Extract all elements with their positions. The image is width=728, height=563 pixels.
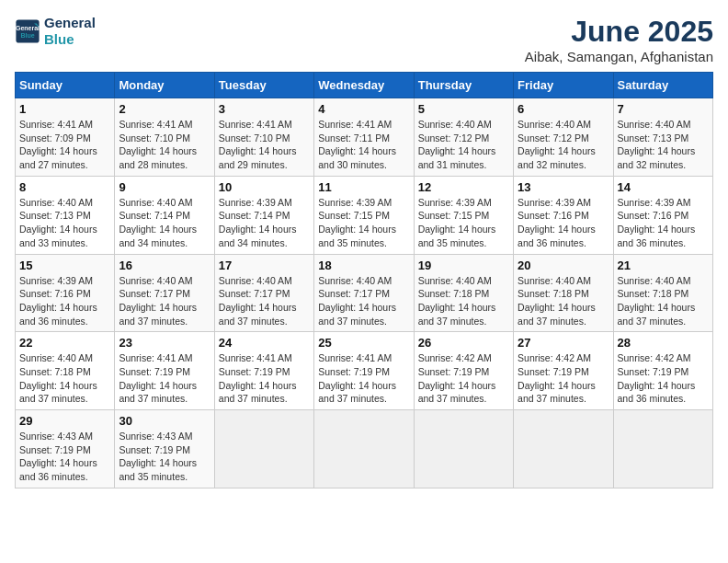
- calendar-cell: 23Sunrise: 4:41 AMSunset: 7:19 PMDayligh…: [115, 332, 214, 410]
- day-info: Sunrise: 4:41 AMSunset: 7:09 PMDaylight:…: [19, 118, 110, 172]
- weekday-header-thursday: Thursday: [414, 73, 513, 98]
- day-info: Sunrise: 4:39 AMSunset: 7:15 PMDaylight:…: [318, 196, 409, 250]
- calendar-cell: 29Sunrise: 4:43 AMSunset: 7:19 PMDayligh…: [16, 410, 115, 488]
- calendar-week-row: 8Sunrise: 4:40 AMSunset: 7:13 PMDaylight…: [16, 176, 713, 254]
- day-number: 12: [418, 180, 509, 194]
- day-info: Sunrise: 4:42 AMSunset: 7:19 PMDaylight:…: [518, 351, 609, 406]
- location-title: Aibak, Samangan, Afghanistan: [525, 49, 713, 64]
- day-info: Sunrise: 4:40 AMSunset: 7:14 PMDaylight:…: [119, 196, 210, 250]
- day-number: 17: [219, 259, 310, 272]
- day-info: Sunrise: 4:40 AMSunset: 7:17 PMDaylight:…: [318, 274, 409, 328]
- weekday-header-tuesday: Tuesday: [214, 73, 313, 98]
- day-number: 13: [518, 180, 609, 194]
- calendar-cell: 5Sunrise: 4:40 AMSunset: 7:12 PMDaylight…: [414, 98, 513, 177]
- title-block: June 2025 Aibak, Samangan, Afghanistan: [525, 15, 713, 64]
- calendar-cell: [214, 410, 313, 488]
- calendar-cell: [514, 410, 613, 488]
- calendar-cell: 24Sunrise: 4:41 AMSunset: 7:19 PMDayligh…: [214, 332, 313, 410]
- calendar-cell: 7Sunrise: 4:40 AMSunset: 7:13 PMDaylight…: [613, 98, 712, 177]
- calendar-cell: 10Sunrise: 4:39 AMSunset: 7:14 PMDayligh…: [214, 176, 313, 254]
- day-number: 23: [119, 336, 210, 350]
- calendar-table: SundayMondayTuesdayWednesdayThursdayFrid…: [15, 72, 713, 488]
- calendar-cell: 27Sunrise: 4:42 AMSunset: 7:19 PMDayligh…: [514, 332, 613, 410]
- day-info: Sunrise: 4:40 AMSunset: 7:17 PMDaylight:…: [219, 274, 310, 328]
- day-info: Sunrise: 4:43 AMSunset: 7:19 PMDaylight:…: [119, 430, 210, 484]
- logo-text-general: General: [44, 15, 96, 31]
- weekday-header-wednesday: Wednesday: [314, 73, 414, 98]
- day-number: 18: [318, 259, 409, 272]
- day-info: Sunrise: 4:40 AMSunset: 7:18 PMDaylight:…: [19, 351, 110, 406]
- calendar-cell: 30Sunrise: 4:43 AMSunset: 7:19 PMDayligh…: [115, 410, 214, 488]
- calendar-cell: 14Sunrise: 4:39 AMSunset: 7:16 PMDayligh…: [613, 176, 712, 254]
- day-info: Sunrise: 4:40 AMSunset: 7:17 PMDaylight:…: [119, 274, 210, 328]
- logo-icon: General Blue: [15, 18, 40, 44]
- day-info: Sunrise: 4:41 AMSunset: 7:11 PMDaylight:…: [318, 118, 409, 172]
- day-info: Sunrise: 4:40 AMSunset: 7:13 PMDaylight:…: [19, 196, 110, 250]
- calendar-week-row: 29Sunrise: 4:43 AMSunset: 7:19 PMDayligh…: [16, 410, 713, 488]
- calendar-cell: 20Sunrise: 4:40 AMSunset: 7:18 PMDayligh…: [514, 254, 613, 332]
- calendar-cell: 8Sunrise: 4:40 AMSunset: 7:13 PMDaylight…: [16, 176, 115, 254]
- day-info: Sunrise: 4:40 AMSunset: 7:12 PMDaylight:…: [418, 118, 509, 172]
- day-info: Sunrise: 4:39 AMSunset: 7:14 PMDaylight:…: [219, 196, 310, 250]
- calendar-cell: 18Sunrise: 4:40 AMSunset: 7:17 PMDayligh…: [314, 254, 414, 332]
- day-info: Sunrise: 4:40 AMSunset: 7:12 PMDaylight:…: [518, 118, 609, 172]
- day-info: Sunrise: 4:42 AMSunset: 7:19 PMDaylight:…: [418, 351, 509, 406]
- page-header: General Blue General Blue June 2025 Aiba…: [15, 15, 713, 64]
- calendar-cell: 22Sunrise: 4:40 AMSunset: 7:18 PMDayligh…: [16, 332, 115, 410]
- day-info: Sunrise: 4:40 AMSunset: 7:18 PMDaylight:…: [518, 274, 609, 328]
- day-number: 20: [518, 259, 609, 272]
- weekday-header-saturday: Saturday: [613, 73, 712, 98]
- day-number: 19: [418, 259, 509, 272]
- calendar-cell: 2Sunrise: 4:41 AMSunset: 7:10 PMDaylight…: [115, 98, 214, 177]
- calendar-cell: 13Sunrise: 4:39 AMSunset: 7:16 PMDayligh…: [514, 176, 613, 254]
- svg-text:Blue: Blue: [20, 32, 34, 39]
- day-info: Sunrise: 4:41 AMSunset: 7:19 PMDaylight:…: [219, 351, 310, 406]
- logo: General Blue General Blue: [15, 15, 96, 48]
- day-info: Sunrise: 4:40 AMSunset: 7:13 PMDaylight:…: [618, 118, 709, 172]
- weekday-header-sunday: Sunday: [16, 73, 115, 98]
- day-number: 1: [19, 102, 110, 116]
- svg-text:General: General: [16, 25, 40, 31]
- day-number: 21: [618, 259, 709, 272]
- day-info: Sunrise: 4:40 AMSunset: 7:18 PMDaylight:…: [418, 274, 509, 328]
- day-number: 5: [418, 102, 509, 116]
- weekday-header-friday: Friday: [514, 73, 613, 98]
- calendar-cell: 11Sunrise: 4:39 AMSunset: 7:15 PMDayligh…: [314, 176, 414, 254]
- day-number: 14: [618, 180, 709, 194]
- calendar-cell: 15Sunrise: 4:39 AMSunset: 7:16 PMDayligh…: [16, 254, 115, 332]
- calendar-cell: 3Sunrise: 4:41 AMSunset: 7:10 PMDaylight…: [214, 98, 313, 177]
- calendar-cell: 6Sunrise: 4:40 AMSunset: 7:12 PMDaylight…: [514, 98, 613, 177]
- day-number: 11: [318, 180, 409, 194]
- calendar-cell: [314, 410, 414, 488]
- day-number: 30: [119, 414, 210, 428]
- day-number: 10: [219, 180, 310, 194]
- day-number: 7: [618, 102, 709, 116]
- calendar-cell: 12Sunrise: 4:39 AMSunset: 7:15 PMDayligh…: [414, 176, 513, 254]
- svg-rect-0: [16, 19, 39, 42]
- day-number: 15: [19, 259, 110, 272]
- day-number: 8: [19, 180, 110, 194]
- day-info: Sunrise: 4:39 AMSunset: 7:16 PMDaylight:…: [518, 196, 609, 250]
- day-info: Sunrise: 4:41 AMSunset: 7:10 PMDaylight:…: [219, 118, 310, 172]
- day-info: Sunrise: 4:41 AMSunset: 7:19 PMDaylight:…: [318, 351, 409, 406]
- day-number: 4: [318, 102, 409, 116]
- logo-text-blue: Blue: [44, 31, 96, 48]
- day-info: Sunrise: 4:43 AMSunset: 7:19 PMDaylight:…: [19, 430, 110, 484]
- calendar-cell: 21Sunrise: 4:40 AMSunset: 7:18 PMDayligh…: [613, 254, 712, 332]
- calendar-week-row: 22Sunrise: 4:40 AMSunset: 7:18 PMDayligh…: [16, 332, 713, 410]
- day-number: 9: [119, 180, 210, 194]
- calendar-cell: 19Sunrise: 4:40 AMSunset: 7:18 PMDayligh…: [414, 254, 513, 332]
- day-info: Sunrise: 4:42 AMSunset: 7:19 PMDaylight:…: [618, 351, 709, 406]
- calendar-cell: 28Sunrise: 4:42 AMSunset: 7:19 PMDayligh…: [613, 332, 712, 410]
- day-info: Sunrise: 4:39 AMSunset: 7:15 PMDaylight:…: [418, 196, 509, 250]
- day-info: Sunrise: 4:41 AMSunset: 7:10 PMDaylight:…: [119, 118, 210, 172]
- calendar-week-row: 15Sunrise: 4:39 AMSunset: 7:16 PMDayligh…: [16, 254, 713, 332]
- calendar-week-row: 1Sunrise: 4:41 AMSunset: 7:09 PMDaylight…: [16, 98, 713, 177]
- day-number: 25: [318, 336, 409, 350]
- day-info: Sunrise: 4:40 AMSunset: 7:18 PMDaylight:…: [618, 274, 709, 328]
- calendar-cell: [613, 410, 712, 488]
- day-number: 6: [518, 102, 609, 116]
- day-number: 22: [19, 336, 110, 350]
- calendar-cell: [414, 410, 513, 488]
- calendar-cell: 1Sunrise: 4:41 AMSunset: 7:09 PMDaylight…: [16, 98, 115, 177]
